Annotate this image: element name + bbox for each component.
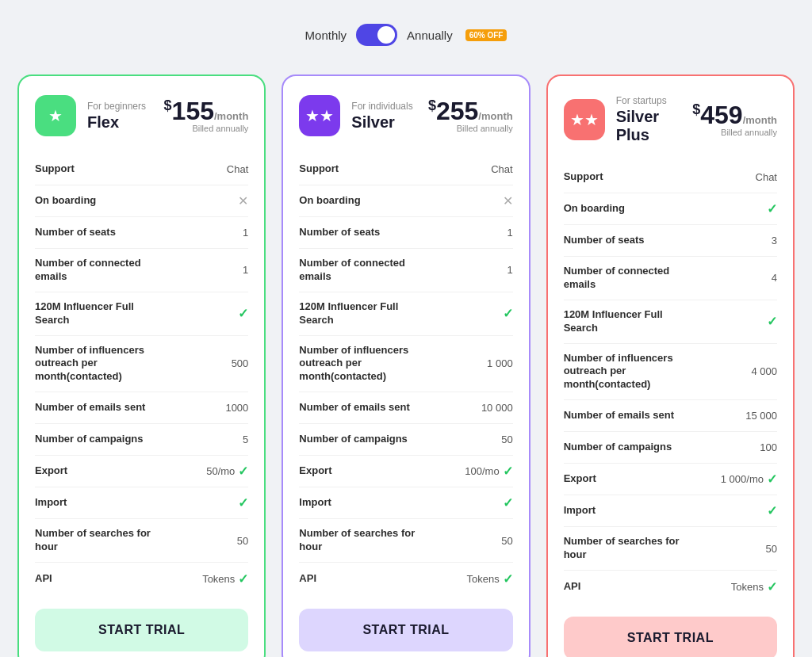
- feature-value: 50: [766, 543, 777, 555]
- feature-value: 10 000: [481, 402, 513, 414]
- billing-toggle-switch[interactable]: [356, 24, 397, 46]
- feature-value: Chat: [491, 163, 512, 175]
- feature-row: APITokens ✓: [564, 571, 777, 602]
- feature-row: 120M Influencer Full Search✓: [35, 292, 248, 336]
- feature-name: Number of campaigns: [35, 433, 144, 446]
- feature-name: Number of searches for hour: [299, 527, 416, 554]
- plan-header-silver: ★★For individualsSilver$255/monthBilled …: [299, 95, 512, 136]
- feature-row: Number of searches for hour50: [564, 527, 777, 571]
- feature-value: 1 000/mo ✓: [721, 472, 777, 487]
- toggle-knob: [377, 26, 395, 44]
- feature-row: Number of connected emails1: [299, 249, 512, 292]
- plan-price-block-silver-plus: $459/monthBilled annually: [692, 102, 777, 137]
- feature-row: SupportChat: [35, 154, 248, 185]
- check-icon: ✓: [503, 571, 513, 586]
- plan-title-block-silver-plus: For startupsSilver Plus: [616, 95, 682, 144]
- feature-row: Export100/mo ✓: [299, 456, 512, 487]
- feature-row: 120M Influencer Full Search✓: [299, 292, 512, 336]
- feature-row: Number of influencers outreach per month…: [35, 336, 248, 393]
- feature-row: Export50/mo ✓: [35, 456, 248, 487]
- feature-value: Tokens ✓: [731, 579, 777, 594]
- feature-list-flex: SupportChatOn boarding✕Number of seats1N…: [35, 154, 248, 594]
- plan-title-block-flex: For beginnersFlex: [87, 101, 153, 132]
- feature-name: Export: [299, 464, 331, 478]
- feature-name: Support: [35, 162, 75, 176]
- feature-row: Number of emails sent15 000: [564, 400, 777, 432]
- feature-value: ✓: [767, 503, 777, 518]
- plan-icon-flex: ★: [35, 95, 76, 136]
- feature-name: Number of influencers outreach per month…: [35, 344, 152, 384]
- feature-row: Number of searches for hour50: [35, 519, 248, 563]
- plan-price-block-silver: $255/monthBilled annually: [428, 98, 513, 133]
- discount-badge: 60% OFF: [465, 29, 508, 41]
- feature-name: Number of influencers outreach per month…: [299, 344, 416, 384]
- plans-container: ★For beginnersFlex$155/monthBilled annua…: [17, 74, 795, 657]
- feature-name: Number of connected emails: [35, 257, 152, 284]
- feature-list-silver: SupportChatOn boarding✕Number of seats1N…: [299, 154, 512, 594]
- start-trial-button-silver-plus[interactable]: START TRIAL: [564, 617, 777, 657]
- feature-name: API: [564, 580, 581, 594]
- feature-row: Export1 000/mo ✓: [564, 464, 777, 495]
- feature-row: SupportChat: [299, 154, 512, 185]
- feature-name: Number of seats: [299, 226, 380, 239]
- plan-header-flex: ★For beginnersFlex$155/monthBilled annua…: [35, 95, 248, 136]
- annually-label: Annually: [407, 29, 453, 42]
- check-icon: ✓: [238, 571, 248, 586]
- feature-name: Export: [35, 464, 67, 478]
- feature-name: On boarding: [35, 194, 96, 208]
- start-trial-button-silver[interactable]: START TRIAL: [299, 609, 512, 651]
- plan-name-flex: Flex: [87, 113, 153, 132]
- feature-row: Number of seats1: [35, 217, 248, 249]
- cross-icon: ✕: [503, 193, 513, 208]
- feature-value: 50/mo ✓: [206, 464, 248, 479]
- plan-for-label-silver: For individuals: [351, 101, 417, 112]
- cross-icon: ✕: [238, 193, 248, 208]
- feature-row: Number of influencers outreach per month…: [299, 336, 512, 393]
- plan-title-block-silver: For individualsSilver: [351, 101, 417, 132]
- feature-row: On boarding✓: [564, 193, 777, 225]
- feature-row: Number of campaigns100: [564, 432, 777, 464]
- feature-name: Support: [564, 170, 603, 184]
- plan-card-silver: ★★For individualsSilver$255/monthBilled …: [282, 74, 530, 657]
- feature-row: 120M Influencer Full Search✓: [564, 300, 777, 344]
- feature-value: 500: [232, 357, 249, 369]
- feature-row: Number of connected emails1: [35, 249, 248, 292]
- start-trial-button-flex[interactable]: START TRIAL: [35, 609, 248, 651]
- plan-price-flex: $155/month: [164, 98, 249, 124]
- check-icon: ✓: [767, 201, 777, 216]
- plan-price-block-flex: $155/monthBilled annually: [164, 98, 249, 133]
- monthly-label: Monthly: [305, 29, 347, 42]
- feature-row: Import✓: [564, 495, 777, 527]
- feature-value: 1 000: [487, 357, 513, 369]
- check-icon: ✓: [238, 495, 248, 510]
- feature-row: Number of seats3: [564, 225, 777, 257]
- feature-name: Number of searches for hour: [35, 527, 152, 554]
- feature-value: 5: [243, 434, 248, 445]
- check-icon: ✓: [503, 495, 513, 510]
- feature-value: 1: [507, 227, 512, 239]
- feature-name: Number of emails sent: [35, 401, 145, 414]
- feature-value: Tokens ✓: [202, 571, 248, 586]
- check-icon: ✓: [767, 579, 777, 594]
- feature-row: Number of seats1: [299, 217, 512, 249]
- feature-row: Number of searches for hour50: [299, 519, 512, 563]
- feature-row: Number of influencers outreach per month…: [564, 344, 777, 401]
- feature-row: Number of emails sent1000: [35, 392, 248, 424]
- plan-name-silver: Silver: [351, 113, 417, 132]
- feature-value: 15 000: [745, 410, 777, 422]
- feature-name: Export: [564, 472, 596, 486]
- feature-value: 50: [237, 535, 248, 547]
- feature-name: Number of connected emails: [299, 257, 416, 284]
- feature-value: 50: [501, 535, 512, 547]
- billing-toggle-row: Monthly Annually 60% OFF: [305, 24, 508, 46]
- check-icon: ✓: [238, 306, 248, 321]
- feature-value: 3: [772, 235, 777, 246]
- feature-value: 1000: [225, 402, 248, 414]
- feature-row: On boarding✕: [35, 185, 248, 217]
- feature-name: Number of campaigns: [564, 441, 672, 454]
- feature-value: 1: [507, 264, 512, 276]
- feature-value: Chat: [227, 163, 248, 175]
- feature-name: Number of emails sent: [299, 401, 409, 414]
- plan-card-flex: ★For beginnersFlex$155/monthBilled annua…: [17, 74, 266, 657]
- feature-value: 1: [243, 227, 248, 239]
